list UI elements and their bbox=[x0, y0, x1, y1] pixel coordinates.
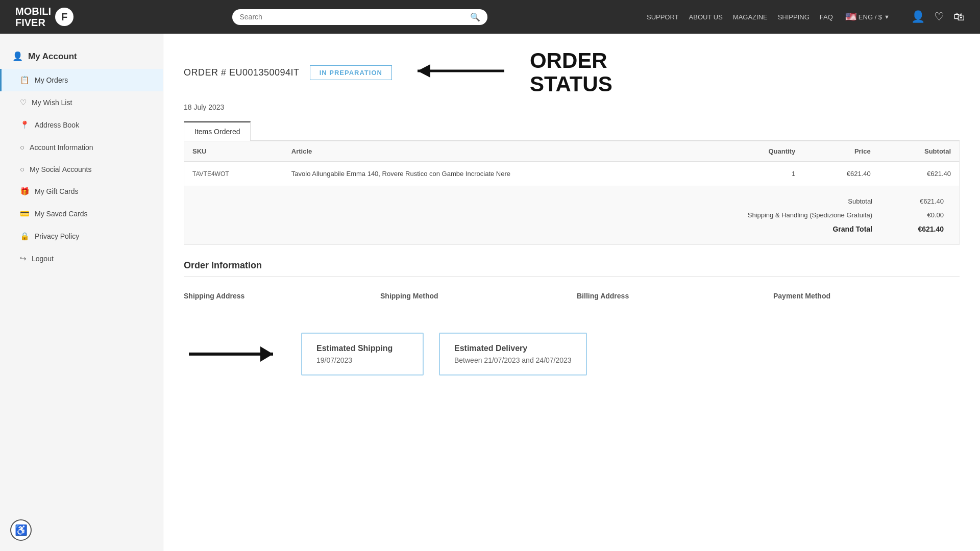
sidebar-item-label: My Saved Cards bbox=[35, 210, 87, 218]
order-tabs: Items Ordered bbox=[184, 121, 960, 141]
sidebar-item-saved-cards[interactable]: 💳 My Saved Cards bbox=[0, 203, 163, 225]
sidebar-item-label: My Wish List bbox=[32, 98, 72, 107]
sidebar-item-label: Privacy Policy bbox=[35, 232, 79, 240]
payment-method-label: Payment Method bbox=[773, 292, 960, 300]
svg-marker-1 bbox=[418, 64, 430, 78]
item-price: €621.40 bbox=[803, 162, 879, 186]
sidebar-account-label: My Account bbox=[28, 52, 77, 62]
sidebar-item-label: Account Information bbox=[30, 143, 93, 152]
sidebar-item-my-orders[interactable]: 📋 My Orders bbox=[0, 69, 163, 91]
orders-icon: 📋 bbox=[20, 76, 30, 85]
sidebar-item-label: Address Book bbox=[35, 121, 79, 129]
payment-method-col: Payment Method bbox=[773, 292, 960, 304]
svg-marker-3 bbox=[260, 346, 273, 362]
order-date: 18 July 2023 bbox=[184, 103, 960, 111]
nav-shipping[interactable]: SHIPPING bbox=[778, 13, 810, 21]
subtotal-label: Subtotal bbox=[848, 197, 872, 205]
order-info-section: Order Information Shipping Address Shipp… bbox=[184, 260, 960, 312]
grand-label: Grand Total bbox=[832, 225, 872, 233]
shipping-address-label: Shipping Address bbox=[184, 292, 370, 300]
arrow-left-icon bbox=[407, 58, 509, 87]
shipping-row-boxes: Estimated Shipping 19/07/2023 Estimated … bbox=[184, 333, 960, 375]
info-icon: ○ bbox=[20, 143, 24, 152]
user-icon[interactable]: 👤 bbox=[911, 10, 925, 23]
estimated-delivery-title: Estimated Delivery bbox=[454, 344, 572, 353]
estimated-shipping-box: Estimated Shipping 19/07/2023 bbox=[301, 333, 424, 375]
card-icon: 💳 bbox=[20, 209, 30, 218]
shipping-address-col: Shipping Address bbox=[184, 292, 370, 304]
shipping-row: Shipping & Handling (Spedizione Gratuita… bbox=[200, 208, 944, 222]
wish-icon: ♡ bbox=[20, 98, 27, 107]
arrow-right-icon bbox=[184, 339, 286, 369]
nav-faq[interactable]: FAQ bbox=[820, 13, 833, 21]
grand-total-row: Grand Total €621.40 bbox=[200, 222, 944, 236]
site-logo[interactable]: MOBILI FIVER F bbox=[15, 6, 74, 28]
shipping-method-label: Shipping Method bbox=[380, 292, 567, 300]
cart-icon[interactable]: 🛍 bbox=[953, 10, 965, 23]
sidebar: 👤 My Account 📋 My Orders ♡ My Wish List … bbox=[0, 34, 163, 551]
lang-label: ENG / $ bbox=[859, 13, 882, 21]
search-input[interactable] bbox=[239, 13, 466, 21]
sidebar-my-account[interactable]: 👤 My Account bbox=[0, 44, 163, 69]
col-price: Price bbox=[803, 141, 879, 162]
col-article: Article bbox=[283, 141, 723, 162]
order-info-title: Order Information bbox=[184, 260, 960, 277]
sidebar-item-logout[interactable]: ↪ Logout bbox=[0, 247, 163, 270]
sidebar-item-address-book[interactable]: 📍 Address Book bbox=[0, 114, 163, 136]
nav-magazine[interactable]: MAGAZINE bbox=[733, 13, 768, 21]
billing-address-col: Billing Address bbox=[577, 292, 763, 304]
gift-icon: 🎁 bbox=[20, 187, 30, 196]
flag-icon: 🇺🇸 bbox=[845, 11, 856, 22]
estimated-delivery-box: Estimated Delivery Between 21/07/2023 an… bbox=[439, 333, 587, 375]
estimated-delivery-date: Between 21/07/2023 and 24/07/2023 bbox=[454, 356, 572, 364]
sidebar-item-label: My Social Accounts bbox=[30, 165, 91, 173]
address-icon: 📍 bbox=[20, 120, 30, 130]
subtotal-row: Subtotal €621.40 bbox=[200, 194, 944, 208]
sidebar-item-my-wish-list[interactable]: ♡ My Wish List bbox=[0, 91, 163, 114]
item-sku: TAVTE4WOT bbox=[184, 162, 283, 186]
sidebar-item-social-accounts[interactable]: ○ My Social Accounts bbox=[0, 158, 163, 180]
table-row: TAVTE4WOT Tavolo Allungabile Emma 140, R… bbox=[184, 162, 960, 186]
user-account-icon: 👤 bbox=[12, 51, 23, 62]
order-status-label: ORDERSTATUS bbox=[530, 49, 612, 96]
shipping-label: Shipping & Handling (Spedizione Gratuita… bbox=[748, 211, 872, 219]
search-bar[interactable]: 🔍 bbox=[232, 9, 487, 25]
item-article: Tavolo Allungabile Emma 140, Rovere Rust… bbox=[283, 162, 723, 186]
shipping-method-col: Shipping Method bbox=[380, 292, 567, 304]
sidebar-item-account-information[interactable]: ○ Account Information bbox=[0, 136, 163, 158]
main-content: 👤 My Account 📋 My Orders ♡ My Wish List … bbox=[0, 34, 980, 551]
order-totals: Subtotal €621.40 Shipping & Handling (Sp… bbox=[184, 186, 960, 245]
sidebar-item-privacy-policy[interactable]: 🔒 Privacy Policy bbox=[0, 225, 163, 247]
sidebar-item-label: My Gift Cards bbox=[35, 187, 79, 195]
sidebar-item-label: My Orders bbox=[35, 76, 68, 84]
order-status-badge: IN PREPARATION bbox=[310, 65, 392, 80]
order-items-table: SKU Article Quantity Price Subtotal TAVT… bbox=[184, 141, 960, 186]
logo-circle-icon: F bbox=[55, 8, 74, 26]
chevron-down-icon: ▼ bbox=[884, 14, 890, 20]
site-header: MOBILI FIVER F 🔍 SUPPORT ABOUT US MAGAZI… bbox=[0, 0, 980, 34]
grand-value: €621.40 bbox=[903, 225, 944, 233]
item-subtotal: €621.40 bbox=[879, 162, 960, 186]
shipping-value: €0.00 bbox=[903, 211, 944, 219]
estimated-shipping-title: Estimated Shipping bbox=[316, 344, 408, 353]
estimated-shipping-date: 19/07/2023 bbox=[316, 356, 408, 364]
tab-items-ordered[interactable]: Items Ordered bbox=[184, 121, 251, 141]
sidebar-item-label: Logout bbox=[32, 255, 54, 263]
page-main: ORDER # EU001350094IT IN PREPARATION ORD… bbox=[163, 34, 980, 551]
order-header: ORDER # EU001350094IT IN PREPARATION ORD… bbox=[184, 49, 960, 96]
item-quantity: 1 bbox=[723, 162, 803, 186]
lock-icon: 🔒 bbox=[20, 232, 30, 241]
col-subtotal: Subtotal bbox=[879, 141, 960, 162]
logout-icon: ↪ bbox=[20, 254, 27, 263]
nav-support[interactable]: SUPPORT bbox=[647, 13, 679, 21]
nav-links: SUPPORT ABOUT US MAGAZINE SHIPPING FAQ bbox=[647, 13, 833, 21]
arrow-right-wrap bbox=[184, 339, 286, 369]
heart-icon[interactable]: ♡ bbox=[934, 10, 944, 23]
accessibility-icon[interactable]: ♿ bbox=[10, 519, 32, 541]
header-icons: 👤 ♡ 🛍 bbox=[911, 10, 965, 23]
search-icon: 🔍 bbox=[470, 12, 480, 22]
col-quantity: Quantity bbox=[723, 141, 803, 162]
lang-selector[interactable]: 🇺🇸 ENG / $ ▼ bbox=[845, 11, 890, 22]
nav-about[interactable]: ABOUT US bbox=[689, 13, 723, 21]
sidebar-item-gift-cards[interactable]: 🎁 My Gift Cards bbox=[0, 180, 163, 203]
